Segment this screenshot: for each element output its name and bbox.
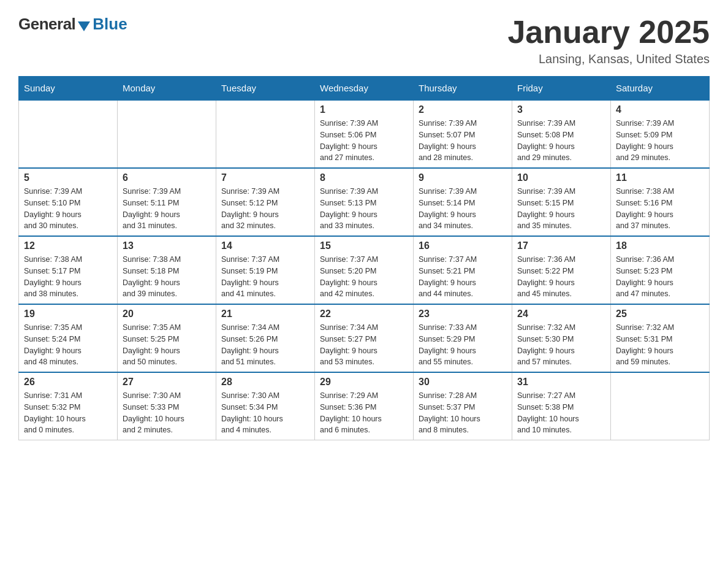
week-row-4: 19Sunrise: 7:35 AM Sunset: 5:24 PM Dayli… xyxy=(19,304,710,372)
day-info: Sunrise: 7:39 AM Sunset: 5:08 PM Dayligh… xyxy=(517,118,605,164)
day-number: 28 xyxy=(221,377,309,388)
day-number: 24 xyxy=(517,308,605,320)
day-info: Sunrise: 7:32 AM Sunset: 5:30 PM Dayligh… xyxy=(517,322,605,368)
logo: General Blue xyxy=(18,15,127,34)
day-cell: 13Sunrise: 7:38 AM Sunset: 5:18 PM Dayli… xyxy=(118,236,216,304)
day-cell xyxy=(216,100,315,168)
day-cell: 10Sunrise: 7:39 AM Sunset: 5:15 PM Dayli… xyxy=(512,168,611,236)
day-info: Sunrise: 7:30 AM Sunset: 5:33 PM Dayligh… xyxy=(123,390,211,436)
day-cell xyxy=(118,100,216,168)
day-cell: 17Sunrise: 7:36 AM Sunset: 5:22 PM Dayli… xyxy=(512,236,611,304)
day-cell: 7Sunrise: 7:39 AM Sunset: 5:12 PM Daylig… xyxy=(216,168,315,236)
day-info: Sunrise: 7:37 AM Sunset: 5:20 PM Dayligh… xyxy=(320,254,408,300)
location: Lansing, Kansas, United States xyxy=(507,52,710,66)
day-cell: 4Sunrise: 7:39 AM Sunset: 5:09 PM Daylig… xyxy=(611,100,710,168)
day-cell: 23Sunrise: 7:33 AM Sunset: 5:29 PM Dayli… xyxy=(414,304,512,372)
day-number: 4 xyxy=(616,104,704,115)
day-info: Sunrise: 7:39 AM Sunset: 5:15 PM Dayligh… xyxy=(517,186,605,232)
day-info: Sunrise: 7:36 AM Sunset: 5:23 PM Dayligh… xyxy=(616,254,704,300)
calendar-body: 1Sunrise: 7:39 AM Sunset: 5:06 PM Daylig… xyxy=(19,100,710,440)
day-number: 13 xyxy=(123,240,211,251)
day-number: 18 xyxy=(616,240,704,251)
day-cell: 22Sunrise: 7:34 AM Sunset: 5:27 PM Dayli… xyxy=(315,304,414,372)
day-info: Sunrise: 7:39 AM Sunset: 5:12 PM Dayligh… xyxy=(221,186,309,232)
day-cell: 30Sunrise: 7:28 AM Sunset: 5:37 PM Dayli… xyxy=(414,372,512,440)
day-cell: 31Sunrise: 7:27 AM Sunset: 5:38 PM Dayli… xyxy=(512,372,611,440)
day-cell: 1Sunrise: 7:39 AM Sunset: 5:06 PM Daylig… xyxy=(315,100,414,168)
day-info: Sunrise: 7:39 AM Sunset: 5:14 PM Dayligh… xyxy=(419,186,507,232)
header-cell-thursday: Thursday xyxy=(414,77,512,101)
logo-general-text: General xyxy=(18,15,75,34)
day-info: Sunrise: 7:39 AM Sunset: 5:10 PM Dayligh… xyxy=(24,186,112,232)
header-cell-sunday: Sunday xyxy=(19,77,118,101)
day-number: 27 xyxy=(123,377,211,388)
day-number: 20 xyxy=(123,308,211,320)
day-number: 2 xyxy=(419,104,507,115)
header-row: SundayMondayTuesdayWednesdayThursdayFrid… xyxy=(19,77,710,101)
day-info: Sunrise: 7:37 AM Sunset: 5:19 PM Dayligh… xyxy=(221,254,309,300)
day-number: 23 xyxy=(419,308,507,320)
header-cell-friday: Friday xyxy=(512,77,611,101)
day-info: Sunrise: 7:27 AM Sunset: 5:38 PM Dayligh… xyxy=(517,390,605,436)
day-number: 10 xyxy=(517,172,605,183)
day-cell: 11Sunrise: 7:38 AM Sunset: 5:16 PM Dayli… xyxy=(611,168,710,236)
logo-arrow-icon xyxy=(78,21,90,31)
day-number: 16 xyxy=(419,240,507,251)
day-cell: 2Sunrise: 7:39 AM Sunset: 5:07 PM Daylig… xyxy=(414,100,512,168)
week-row-5: 26Sunrise: 7:31 AM Sunset: 5:32 PM Dayli… xyxy=(19,372,710,440)
day-number: 9 xyxy=(419,172,507,183)
day-info: Sunrise: 7:34 AM Sunset: 5:26 PM Dayligh… xyxy=(221,322,309,368)
day-number: 30 xyxy=(419,377,507,388)
day-cell: 26Sunrise: 7:31 AM Sunset: 5:32 PM Dayli… xyxy=(19,372,118,440)
day-info: Sunrise: 7:38 AM Sunset: 5:16 PM Dayligh… xyxy=(616,186,704,232)
day-cell: 28Sunrise: 7:30 AM Sunset: 5:34 PM Dayli… xyxy=(216,372,315,440)
day-info: Sunrise: 7:38 AM Sunset: 5:17 PM Dayligh… xyxy=(24,254,112,300)
page-header: General Blue January 2025 Lansing, Kansa… xyxy=(18,15,710,66)
day-cell: 16Sunrise: 7:37 AM Sunset: 5:21 PM Dayli… xyxy=(414,236,512,304)
day-cell: 9Sunrise: 7:39 AM Sunset: 5:14 PM Daylig… xyxy=(414,168,512,236)
header-cell-wednesday: Wednesday xyxy=(315,77,414,101)
day-info: Sunrise: 7:29 AM Sunset: 5:36 PM Dayligh… xyxy=(320,390,408,436)
day-cell: 24Sunrise: 7:32 AM Sunset: 5:30 PM Dayli… xyxy=(512,304,611,372)
day-number: 5 xyxy=(24,172,112,183)
week-row-3: 12Sunrise: 7:38 AM Sunset: 5:17 PM Dayli… xyxy=(19,236,710,304)
day-cell xyxy=(19,100,118,168)
day-info: Sunrise: 7:35 AM Sunset: 5:24 PM Dayligh… xyxy=(24,322,112,368)
day-cell: 5Sunrise: 7:39 AM Sunset: 5:10 PM Daylig… xyxy=(19,168,118,236)
day-cell: 20Sunrise: 7:35 AM Sunset: 5:25 PM Dayli… xyxy=(118,304,216,372)
logo-blue-text: Blue xyxy=(93,15,127,34)
day-number: 3 xyxy=(517,104,605,115)
day-cell: 8Sunrise: 7:39 AM Sunset: 5:13 PM Daylig… xyxy=(315,168,414,236)
title-area: January 2025 Lansing, Kansas, United Sta… xyxy=(507,15,710,66)
day-cell: 19Sunrise: 7:35 AM Sunset: 5:24 PM Dayli… xyxy=(19,304,118,372)
day-number: 11 xyxy=(616,172,704,183)
header-cell-tuesday: Tuesday xyxy=(216,77,315,101)
day-cell xyxy=(611,372,710,440)
day-number: 14 xyxy=(221,240,309,251)
day-number: 8 xyxy=(320,172,408,183)
day-info: Sunrise: 7:30 AM Sunset: 5:34 PM Dayligh… xyxy=(221,390,309,436)
calendar-header: SundayMondayTuesdayWednesdayThursdayFrid… xyxy=(19,77,710,101)
day-number: 7 xyxy=(221,172,309,183)
day-cell: 21Sunrise: 7:34 AM Sunset: 5:26 PM Dayli… xyxy=(216,304,315,372)
day-number: 17 xyxy=(517,240,605,251)
day-info: Sunrise: 7:39 AM Sunset: 5:06 PM Dayligh… xyxy=(320,118,408,164)
day-info: Sunrise: 7:35 AM Sunset: 5:25 PM Dayligh… xyxy=(123,322,211,368)
day-cell: 14Sunrise: 7:37 AM Sunset: 5:19 PM Dayli… xyxy=(216,236,315,304)
day-info: Sunrise: 7:36 AM Sunset: 5:22 PM Dayligh… xyxy=(517,254,605,300)
week-row-2: 5Sunrise: 7:39 AM Sunset: 5:10 PM Daylig… xyxy=(19,168,710,236)
day-number: 1 xyxy=(320,104,408,115)
day-number: 22 xyxy=(320,308,408,320)
day-number: 31 xyxy=(517,377,605,388)
day-cell: 6Sunrise: 7:39 AM Sunset: 5:11 PM Daylig… xyxy=(118,168,216,236)
header-cell-saturday: Saturday xyxy=(611,77,710,101)
day-info: Sunrise: 7:39 AM Sunset: 5:09 PM Dayligh… xyxy=(616,118,704,164)
day-info: Sunrise: 7:38 AM Sunset: 5:18 PM Dayligh… xyxy=(123,254,211,300)
day-cell: 29Sunrise: 7:29 AM Sunset: 5:36 PM Dayli… xyxy=(315,372,414,440)
day-number: 26 xyxy=(24,377,112,388)
day-info: Sunrise: 7:34 AM Sunset: 5:27 PM Dayligh… xyxy=(320,322,408,368)
day-cell: 25Sunrise: 7:32 AM Sunset: 5:31 PM Dayli… xyxy=(611,304,710,372)
day-info: Sunrise: 7:39 AM Sunset: 5:11 PM Dayligh… xyxy=(123,186,211,232)
header-cell-monday: Monday xyxy=(118,77,216,101)
day-number: 25 xyxy=(616,308,704,320)
